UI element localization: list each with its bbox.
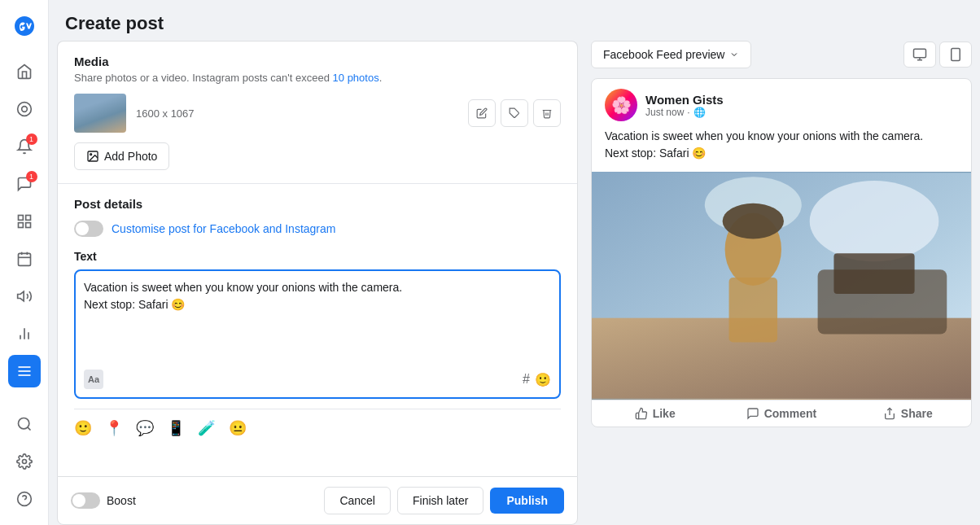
preview-dropdown[interactable]: Facebook Feed preview (591, 41, 751, 68)
boost-toggle[interactable] (71, 492, 100, 509)
svg-point-17 (18, 418, 28, 429)
svg-rect-25 (914, 50, 926, 59)
emoji-neutral[interactable]: 😐 (229, 419, 247, 437)
like-icon (635, 407, 648, 420)
customise-toggle-label: Customise post for Facebook and Instagra… (112, 222, 335, 235)
page-header: Create post (49, 0, 980, 41)
sidebar-item-posts[interactable] (8, 205, 41, 238)
media-subtitle: Share photos or a video. Instagram posts… (74, 72, 561, 84)
media-subtitle-blue: 10 photos (333, 72, 379, 84)
sidebar-item-calendar[interactable] (8, 243, 41, 275)
edit-media-button[interactable] (468, 99, 496, 127)
svg-point-1 (21, 107, 27, 112)
sidebar-item-notifications[interactable]: 1 (8, 130, 41, 163)
emoji-location[interactable]: 📍 (105, 419, 123, 437)
mobile-icon (948, 47, 963, 62)
preview-dropdown-label: Facebook Feed preview (603, 48, 724, 61)
media-section: Media Share photos or a video. Instagram… (58, 42, 577, 184)
boost-toggle-row: Boost (71, 492, 136, 509)
add-photo-button[interactable]: Add Photo (74, 142, 169, 170)
svg-rect-2 (18, 216, 23, 221)
svg-rect-5 (25, 223, 30, 228)
boost-toggle-knob (72, 494, 85, 507)
svg-rect-35 (833, 253, 914, 294)
desktop-icon (912, 47, 927, 62)
fb-post-text: Vacation is sweet when you know your oni… (592, 128, 971, 172)
mobile-view-button[interactable] (939, 42, 972, 68)
media-actions (468, 99, 561, 127)
sidebar-item-activity[interactable] (8, 93, 41, 125)
fb-like-button[interactable]: Like (592, 400, 718, 427)
svg-rect-4 (18, 223, 23, 228)
sidebar: 1 1 (0, 0, 49, 525)
svg-point-37 (723, 203, 784, 239)
text-area-footer: Aa # 🙂 (84, 370, 551, 389)
post-text-input[interactable]: Vacation is sweet when you know your oni… (84, 279, 551, 361)
fb-privacy-icon: 🌐 (693, 107, 706, 118)
fb-share-button[interactable]: Share (845, 400, 971, 427)
customise-toggle[interactable] (74, 221, 103, 237)
form-scroll: Media Share photos or a video. Instagram… (57, 41, 578, 476)
media-thumbnail (74, 94, 126, 133)
text-area-container: Vacation is sweet when you know your oni… (74, 269, 561, 399)
device-icons (903, 42, 972, 68)
media-item: 1600 x 1067 (74, 94, 561, 133)
share-label: Share (901, 407, 933, 420)
sidebar-item-home[interactable] (8, 55, 41, 88)
hashtag-icon[interactable]: # (523, 372, 530, 387)
fb-post-header: 🌸 Women Gists Just now · 🌐 (592, 79, 971, 128)
customise-toggle-row: Customise post for Facebook and Instagra… (74, 221, 561, 237)
svg-point-24 (90, 154, 92, 155)
fb-post-line2: Next stop: Safari 😊 (605, 145, 958, 162)
preview-image-svg (592, 172, 971, 400)
svg-rect-38 (729, 278, 777, 342)
fb-post-time: Just now · 🌐 (645, 107, 958, 118)
emoji-whatsapp[interactable]: 📱 (167, 419, 185, 437)
sidebar-item-settings[interactable] (8, 445, 41, 478)
media-subtitle-text: Share photos or a video. Instagram posts… (74, 72, 333, 84)
preview-header: Facebook Feed preview (591, 41, 972, 68)
fb-comment-button[interactable]: Comment (718, 400, 844, 427)
sidebar-item-ads[interactable] (8, 280, 41, 313)
emoji-messenger[interactable]: 💬 (136, 419, 154, 437)
left-panel: Media Share photos or a video. Instagram… (57, 41, 578, 525)
boost-label: Boost (107, 494, 136, 507)
svg-rect-3 (25, 216, 30, 221)
emoji-picker-icon[interactable]: 🙂 (535, 372, 551, 387)
svg-point-31 (810, 181, 939, 261)
text-format-button[interactable]: Aa (84, 370, 103, 389)
publish-button[interactable]: Publish (490, 488, 564, 514)
media-thumb-inner (74, 94, 126, 133)
comment-label: Comment (764, 407, 817, 420)
toggle-knob (76, 222, 89, 235)
sidebar-item-help[interactable] (8, 483, 41, 515)
finish-later-button[interactable]: Finish later (397, 487, 483, 514)
fb-post-image (592, 172, 971, 400)
sidebar-item-menu[interactable] (8, 355, 41, 387)
sidebar-item-analytics[interactable] (8, 317, 41, 350)
svg-line-18 (27, 427, 30, 431)
text-field-label: Text (74, 250, 561, 263)
like-label: Like (653, 407, 676, 420)
cancel-button[interactable]: Cancel (324, 487, 391, 514)
post-details-section: Post details Customise post for Facebook… (58, 184, 577, 450)
sidebar-item-messages[interactable]: 1 (8, 168, 41, 200)
fb-post-meta: Women Gists Just now · 🌐 (645, 93, 958, 118)
tag-media-button[interactable] (501, 99, 528, 127)
desktop-view-button[interactable] (903, 42, 936, 68)
text-area-icons: # 🙂 (523, 372, 551, 387)
share-icon (883, 407, 896, 420)
emoji-smiley[interactable]: 🙂 (74, 419, 92, 437)
emoji-experiment[interactable]: 🧪 (198, 419, 216, 437)
fb-privacy-dot: · (687, 107, 689, 118)
messages-badge: 1 (26, 171, 37, 182)
bottom-actions: Cancel Finish later Publish (324, 487, 564, 514)
facebook-preview: 🌸 Women Gists Just now · 🌐 Vacation is s… (591, 78, 972, 427)
meta-logo[interactable] (8, 10, 41, 42)
chevron-down-icon (729, 50, 739, 59)
fb-page-name: Women Gists (645, 93, 958, 107)
delete-media-button[interactable] (533, 99, 561, 127)
sidebar-item-search[interactable] (8, 408, 41, 440)
add-photo-label: Add Photo (104, 150, 157, 163)
page-title: Create post (65, 13, 964, 34)
